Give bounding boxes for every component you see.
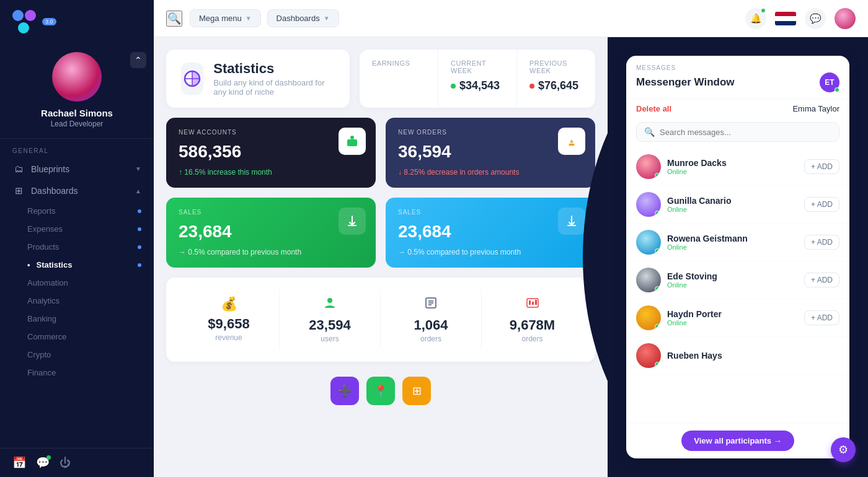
page-main: Statistics Build any kind of dashboard f…	[154, 37, 608, 477]
notifications-button[interactable]: 🔔	[745, 8, 766, 29]
sidebar-item-analytics[interactable]: Analytics	[0, 292, 154, 310]
expenses-label: Expenses	[27, 224, 63, 234]
online-indicator	[655, 324, 660, 330]
kpi-sales-blue: SALES 23,684 → 0.5% compared to previous…	[386, 198, 595, 268]
commerce-label: Commerce	[27, 332, 67, 341]
contact-name: Rowena Geistmann	[667, 234, 798, 243]
sidebar-item-statistics[interactable]: Statistics	[0, 256, 154, 274]
kpi-sales-blue-icon	[558, 208, 585, 235]
messages-button[interactable]: 💬	[805, 8, 826, 29]
svg-rect-5	[348, 225, 356, 226]
sidebar-item-banking[interactable]: Banking	[0, 310, 154, 328]
contact-avatar	[636, 192, 661, 217]
svg-rect-3	[347, 139, 357, 146]
list-item[interactable]: Ede Stoving Online + ADD	[626, 261, 849, 299]
list-item[interactable]: Rueben Hays	[626, 337, 849, 375]
sidebar-item-automation[interactable]: Automation	[0, 274, 154, 292]
statistics-label: Statistics	[37, 260, 73, 269]
messenger-user-avatar[interactable]: ET	[820, 72, 839, 92]
logo-area: 3.0	[0, 0, 154, 40]
user-avatar-topbar[interactable]	[835, 8, 856, 29]
sidebar-item-reports[interactable]: Reports	[0, 202, 154, 220]
view-all-participants-button[interactable]: View all participants →	[681, 431, 794, 451]
sidebar-item-commerce[interactable]: Commerce	[0, 328, 154, 346]
kpi-cards-row: NEW ACCOUNTS 586,356 ↑ 16.5% increase th…	[166, 118, 595, 268]
calendar-button[interactable]: 📅	[12, 456, 26, 470]
contact-info: Rowena Geistmann Online	[667, 234, 798, 251]
add-contact-button[interactable]: + ADD	[804, 273, 839, 287]
power-button[interactable]: ⏻	[60, 457, 71, 470]
kpi-new-accounts: NEW ACCOUNTS 586,356 ↑ 16.5% increase th…	[166, 118, 376, 188]
kpi-sales-green-label: SALES	[179, 209, 363, 216]
finance-label: Finance	[27, 368, 56, 377]
dashboards-menu-button[interactable]: Dashboards ▼	[267, 9, 339, 27]
stats-header-icon	[181, 63, 203, 95]
orders2-label: orders	[521, 335, 542, 343]
stat-users: 23,594 users	[280, 290, 381, 349]
search-icon: 🔍	[644, 127, 655, 137]
list-item[interactable]: Rowena Geistmann Online + ADD	[626, 224, 849, 261]
mega-menu-button[interactable]: Mega menu ▼	[190, 9, 261, 27]
sidebar-item-dashboards[interactable]: ⊞ Dashboards ▲	[0, 180, 154, 202]
location-action-button[interactable]: 📍	[366, 377, 395, 405]
settings-fab-button[interactable]: ⚙	[831, 437, 856, 462]
previous-week-value: $76,645	[529, 79, 583, 92]
online-indicator	[655, 248, 660, 254]
current-user-label: Emma Taylor	[792, 104, 839, 113]
sidebar-item-products[interactable]: Products	[0, 238, 154, 256]
add-contact-button[interactable]: + ADD	[804, 197, 839, 212]
earnings-label: Earnings	[372, 59, 425, 67]
messenger-section-label: MESSAGES	[636, 64, 839, 71]
sidebar-item-expenses[interactable]: Expenses	[0, 220, 154, 238]
list-item[interactable]: Haydn Porter Online + ADD	[626, 299, 849, 337]
earnings-label-card: Earnings	[360, 50, 438, 108]
list-item[interactable]: Munroe Dacks Online + ADD	[626, 148, 849, 186]
sidebar-toggle-button[interactable]: ⌃	[130, 52, 146, 68]
orders-icon	[424, 296, 438, 313]
chevron-down-icon: ▼	[135, 165, 141, 172]
contact-info: Munroe Dacks Online	[667, 158, 798, 175]
stat-orders2: 9,678M orders	[482, 290, 583, 349]
automation-label: Automation	[27, 278, 68, 287]
language-selector[interactable]	[775, 12, 796, 25]
user-profile: ⌃ Rachael Simons Lead Developer	[0, 40, 154, 139]
delete-all-button[interactable]: Delete all	[636, 104, 671, 113]
sidebar-item-crypto[interactable]: Crypto	[0, 346, 154, 364]
topbar: 🔍 Mega menu ▼ Dashboards ▼ 🔔 💬	[154, 0, 868, 37]
search-input[interactable]	[660, 128, 831, 137]
products-label: Products	[27, 242, 59, 252]
add-contact-button[interactable]: + ADD	[804, 235, 839, 250]
kpi-sales-blue-value: 23,684	[398, 222, 583, 242]
svg-point-4	[350, 136, 354, 139]
contact-status: Online	[667, 319, 798, 326]
kpi-new-orders: NEW ORDERS 36,594 ↓ 8.25% decrease in or…	[386, 118, 595, 188]
svg-rect-14	[532, 302, 534, 305]
messenger-footer: View all participants →	[626, 422, 849, 458]
kpi-sales-blue-change: → 0.5% compared to previous month	[398, 248, 583, 256]
layout-action-button[interactable]: ⊞	[402, 377, 431, 405]
kpi-sales-green-value: 23,684	[179, 222, 363, 242]
sidebar-item-finance[interactable]: Finance	[0, 364, 154, 382]
search-button[interactable]: 🔍	[166, 11, 182, 27]
main-content: 🔍 Mega menu ▼ Dashboards ▼ 🔔 💬	[154, 0, 868, 477]
add-contact-button[interactable]: + ADD	[804, 310, 839, 325]
contact-name: Rueben Hays	[667, 351, 839, 361]
messenger-title-row: Messenger Window ET	[636, 72, 839, 92]
svg-rect-15	[535, 300, 537, 305]
contact-avatar	[636, 268, 661, 292]
sidebar-item-blueprints[interactable]: 🗂 Blueprints ▼	[0, 158, 154, 180]
list-item[interactable]: Gunilla Canario Online + ADD	[626, 186, 849, 224]
contact-name: Gunilla Canario	[667, 196, 798, 206]
page-title: Statistics	[213, 61, 335, 77]
kpi-new-accounts-icon	[339, 128, 366, 155]
add-contact-button[interactable]: + ADD	[804, 159, 839, 174]
add-action-button[interactable]: ➕	[330, 377, 359, 405]
bottom-stats-grid: 💰 $9,658 revenue 23,594 users	[179, 290, 583, 349]
chat-button[interactable]: 💬	[36, 456, 50, 470]
svg-rect-13	[529, 300, 531, 305]
sidebar-item-label: Dashboards	[31, 186, 78, 196]
messenger-search: 🔍	[626, 118, 849, 148]
users-value: 23,594	[309, 317, 350, 333]
page-subtitle: Build any kind of dashboard for any kind…	[213, 78, 335, 97]
user-name: Rachael Simons	[41, 108, 113, 118]
